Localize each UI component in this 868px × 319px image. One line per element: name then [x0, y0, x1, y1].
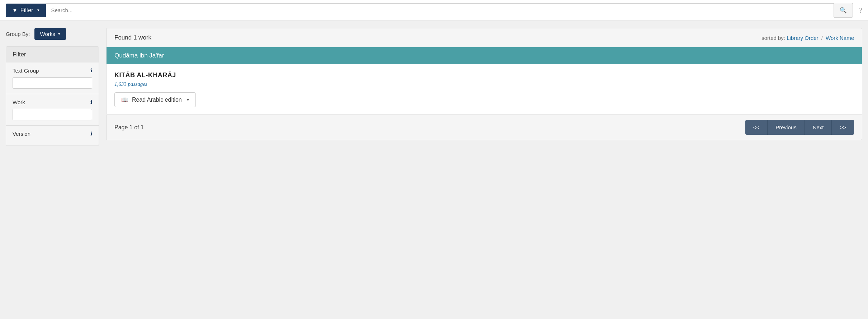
page-info: Page 1 of 1: [114, 124, 144, 131]
filter-section-work: Work ℹ: [6, 94, 99, 126]
main-layout: Group By: Works ▾ Filter Text Group ℹ Wo…: [0, 21, 868, 153]
search-icon: 🔍: [840, 7, 847, 13]
search-button[interactable]: 🔍: [834, 3, 853, 18]
filter-section-title-work: Work: [13, 99, 25, 105]
content-area: Found 1 work sorted by: Library Order / …: [106, 28, 862, 146]
sort-library-order-link[interactable]: Library Order: [787, 35, 818, 41]
previous-page-button[interactable]: Previous: [768, 120, 805, 135]
info-icon-work[interactable]: ℹ: [90, 99, 92, 105]
sidebar: Group By: Works ▾ Filter Text Group ℹ Wo…: [6, 28, 106, 146]
group-by-arrow: ▾: [58, 32, 60, 36]
filter-section-version: Version ℹ: [6, 126, 99, 145]
filter-section-title-version: Version: [13, 131, 30, 137]
read-btn-chevron: ▾: [187, 97, 189, 102]
results-body: Qudāma ibn Ja'far KITĀB AL-KHARĀJ 1,633 …: [106, 47, 862, 115]
author-row: Qudāma ibn Ja'far: [107, 47, 862, 64]
group-by-label: Group By:: [6, 31, 30, 37]
read-arabic-edition-button[interactable]: 📖 Read Arabic edition ▾: [114, 92, 196, 107]
filter-label: Filter: [20, 7, 33, 14]
search-input[interactable]: [46, 3, 834, 17]
filter-title: Filter: [13, 51, 26, 58]
group-by-row: Group By: Works ▾: [6, 28, 99, 40]
work-item: KITĀB AL-KHARĀJ 1,633 passages 📖 Read Ar…: [107, 64, 862, 115]
info-icon-version[interactable]: ℹ: [90, 131, 92, 137]
results-header: Found 1 work sorted by: Library Order / …: [106, 28, 862, 47]
filter-section-title-textgroup: Text Group: [13, 68, 39, 74]
help-icon[interactable]: ?: [859, 6, 862, 15]
filter-box-header: Filter: [6, 47, 99, 63]
pagination-buttons: << Previous Next >>: [745, 120, 854, 135]
info-icon-textgroup[interactable]: ℹ: [90, 68, 92, 74]
filter-button[interactable]: ▼ Filter ▾: [6, 4, 46, 17]
work-title: KITĀB AL-KHARĀJ: [114, 71, 854, 79]
book-icon: 📖: [121, 96, 128, 103]
sorted-by-text: sorted by: Library Order / Work Name: [761, 35, 854, 41]
work-passages: 1,633 passages: [114, 81, 854, 87]
filter-dropdown-arrow: ▾: [37, 8, 39, 13]
found-text: Found 1 work: [114, 34, 151, 41]
group-by-button[interactable]: Works ▾: [34, 28, 66, 40]
sort-separator: /: [821, 35, 823, 41]
pagination-row: Page 1 of 1 << Previous Next >>: [106, 115, 862, 140]
sort-work-name-link[interactable]: Work Name: [826, 35, 854, 41]
read-btn-label: Read Arabic edition: [132, 97, 182, 103]
filter-section-textgroup: Text Group ℹ: [6, 63, 99, 94]
filter-box: Filter Text Group ℹ Work ℹ Version: [6, 46, 99, 146]
filter-section-header-version: Version ℹ: [13, 131, 92, 137]
textgroup-filter-input[interactable]: [13, 77, 92, 89]
author-name: Qudāma ibn Ja'far: [114, 52, 164, 59]
top-bar: ▼ Filter ▾ 🔍 ?: [0, 0, 868, 21]
last-page-button[interactable]: >>: [832, 120, 854, 135]
work-filter-input[interactable]: [13, 109, 92, 120]
first-page-button[interactable]: <<: [745, 120, 768, 135]
sorted-label: sorted by:: [761, 35, 785, 41]
next-page-button[interactable]: Next: [805, 120, 832, 135]
filter-section-header-textgroup: Text Group ℹ: [13, 68, 92, 74]
filter-section-header-work: Work ℹ: [13, 99, 92, 105]
group-by-value: Works: [40, 31, 55, 37]
filter-icon: ▼: [12, 7, 18, 13]
